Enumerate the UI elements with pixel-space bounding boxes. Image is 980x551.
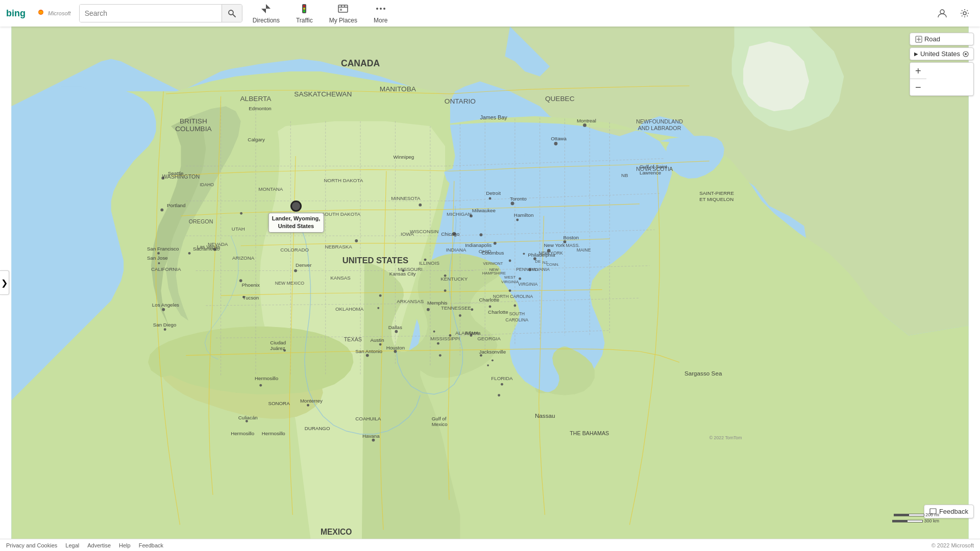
svg-text:Boston: Boston xyxy=(564,235,579,240)
scale-km-label: 300 km xyxy=(924,518,939,523)
svg-point-87 xyxy=(583,123,586,127)
marker-pin[interactable] xyxy=(290,201,302,212)
svg-text:HAMPSHIRE: HAMPSHIRE xyxy=(482,271,506,276)
svg-text:MD: MD xyxy=(532,267,538,272)
svg-text:Lawrence: Lawrence xyxy=(640,170,661,176)
svg-text:Las Vegas: Las Vegas xyxy=(197,244,220,249)
svg-text:Philadelphia: Philadelphia xyxy=(528,252,555,258)
location-settings-icon xyxy=(962,51,969,58)
svg-text:NEW MEXICO: NEW MEXICO xyxy=(275,281,305,286)
svg-text:CALIFORNIA: CALIFORNIA xyxy=(151,266,181,272)
svg-text:Winnipeg: Winnipeg xyxy=(394,154,414,160)
svg-point-97 xyxy=(439,354,442,357)
svg-point-69 xyxy=(379,294,382,297)
sidebar-toggle[interactable]: ❯ xyxy=(0,270,9,295)
svg-text:Gulf of: Gulf of xyxy=(432,416,447,421)
svg-text:DURANGO: DURANGO xyxy=(305,425,330,431)
svg-point-103 xyxy=(307,404,309,407)
svg-text:BRITISH: BRITISH xyxy=(180,117,207,125)
svg-text:San Diego: San Diego xyxy=(153,322,177,328)
svg-text:bing: bing xyxy=(6,8,26,18)
svg-text:NORTH DAKOTA: NORTH DAKOTA xyxy=(324,178,363,183)
svg-text:Detroit: Detroit xyxy=(486,190,501,196)
svg-text:OKLAHOMA: OKLAHOMA xyxy=(335,306,364,312)
privacy-link[interactable]: Privacy and Cookies xyxy=(6,542,57,548)
map-container[interactable]: CANADA BRITISH COLUMBIA ALBERTA SASKATCH… xyxy=(0,27,980,539)
svg-text:Monterrey: Monterrey xyxy=(300,398,323,404)
svg-point-90 xyxy=(480,354,482,357)
svg-point-9 xyxy=(303,8,305,10)
svg-text:Dallas: Dallas xyxy=(388,324,402,330)
svg-text:Ciudad: Ciudad xyxy=(270,340,286,345)
footer-feedback-link[interactable]: Feedback xyxy=(139,542,163,548)
svg-text:THE BAHAMAS: THE BAHAMAS xyxy=(570,430,609,436)
svg-rect-11 xyxy=(338,5,348,12)
help-link[interactable]: Help xyxy=(119,542,131,548)
zoom-out-button[interactable]: − xyxy=(910,79,926,95)
svg-point-106 xyxy=(246,420,248,422)
header: bing Microsoft Lander, Wyoming, United S… xyxy=(0,0,980,27)
marker-label-text: Lander, Wyoming,United States xyxy=(272,215,321,229)
account-button[interactable] xyxy=(933,4,951,22)
svg-point-64 xyxy=(516,219,519,221)
svg-text:Ottawa: Ottawa xyxy=(551,136,567,141)
svg-text:GEORGIA: GEORGIA xyxy=(477,336,501,341)
settings-button[interactable] xyxy=(955,4,974,22)
svg-text:Atlanta: Atlanta xyxy=(465,330,481,336)
nav-directions[interactable]: Directions xyxy=(247,1,286,26)
advertise-link[interactable]: Advertise xyxy=(87,542,111,548)
svg-rect-12 xyxy=(340,9,342,11)
map-controls: Road ▶ United States + − xyxy=(910,33,974,96)
svg-text:Indianapolis: Indianapolis xyxy=(465,242,492,248)
search-input[interactable]: Lander, Wyoming, United States xyxy=(80,5,222,22)
nav-traffic[interactable]: Traffic xyxy=(290,1,319,26)
svg-line-3 xyxy=(233,14,235,17)
svg-text:TEXAS: TEXAS xyxy=(344,336,362,342)
svg-text:DE: DE xyxy=(535,259,541,264)
svg-point-57 xyxy=(294,269,297,272)
svg-text:UTAH: UTAH xyxy=(232,226,245,232)
svg-text:Phoenix: Phoenix xyxy=(242,282,260,288)
svg-text:Houston: Houston xyxy=(386,345,405,350)
legal-link[interactable]: Legal xyxy=(65,542,79,548)
svg-point-75 xyxy=(444,289,447,292)
svg-point-99 xyxy=(459,314,461,317)
road-view-label: Road xyxy=(924,35,940,43)
svg-text:ARIZONA: ARIZONA xyxy=(232,255,255,261)
svg-point-70 xyxy=(377,307,379,309)
bing-logo[interactable]: bing Microsoft xyxy=(6,6,71,20)
road-view-button[interactable]: Road xyxy=(910,33,974,45)
svg-point-91 xyxy=(492,359,494,361)
zoom-in-button[interactable]: + xyxy=(910,63,926,79)
svg-text:Denver: Denver xyxy=(296,262,312,268)
svg-text:MAINE: MAINE xyxy=(577,247,591,253)
svg-point-55 xyxy=(240,212,242,215)
region-selector[interactable]: ▶ United States xyxy=(910,47,974,60)
svg-text:Edmonton: Edmonton xyxy=(249,106,271,111)
road-icon xyxy=(915,36,922,43)
svg-marker-5 xyxy=(261,9,266,13)
svg-text:VERMONT: VERMONT xyxy=(483,261,503,266)
svg-text:Seattle: Seattle xyxy=(168,170,183,176)
nav-traffic-label: Traffic xyxy=(296,17,313,24)
svg-point-93 xyxy=(501,383,503,386)
nav-more[interactable]: More xyxy=(368,1,394,26)
svg-point-58 xyxy=(355,239,358,242)
svg-text:KENTUCKY: KENTUCKY xyxy=(440,276,468,282)
nav-directions-label: Directions xyxy=(253,17,280,24)
svg-point-79 xyxy=(509,289,511,292)
svg-point-105 xyxy=(259,384,262,387)
location-marker[interactable]: Lander, Wyoming,United States xyxy=(290,201,302,212)
nav-my-places[interactable]: My Places xyxy=(323,1,363,26)
svg-point-85 xyxy=(509,260,511,262)
search-button[interactable] xyxy=(222,5,242,22)
svg-text:Hermosillo: Hermosillo xyxy=(262,431,286,436)
svg-text:MINNESOTA: MINNESOTA xyxy=(391,195,421,201)
header-right xyxy=(933,4,974,22)
svg-point-65 xyxy=(494,242,497,245)
traffic-icon xyxy=(299,3,310,16)
svg-point-78 xyxy=(489,305,492,308)
svg-text:IDAHO: IDAHO xyxy=(200,182,214,187)
svg-text:Chicago: Chicago xyxy=(441,231,459,237)
svg-text:Milwaukee: Milwaukee xyxy=(472,208,496,213)
